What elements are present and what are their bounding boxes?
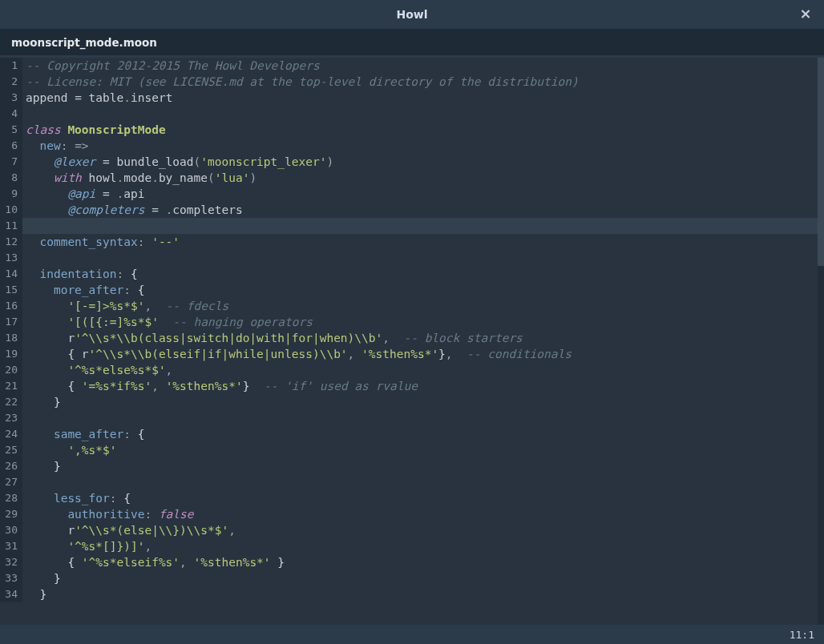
- line-number: 15: [0, 282, 22, 298]
- editor[interactable]: 1 -- Copyright 2012-2015 The Howl Develo…: [0, 58, 824, 625]
- code-line[interactable]: 3 append = table.insert: [0, 90, 824, 106]
- line-number: 11: [0, 218, 22, 234]
- code-line[interactable]: 24 same_after: {: [0, 426, 824, 442]
- code-line[interactable]: 4: [0, 106, 824, 122]
- line-number: 3: [0, 90, 22, 106]
- line-number: 17: [0, 314, 22, 330]
- close-icon[interactable]: ×: [798, 6, 813, 21]
- line-number: 18: [0, 330, 22, 346]
- class-name: MoonscriptMode: [67, 123, 165, 136]
- line-number: 2: [0, 74, 22, 90]
- line-number: 16: [0, 298, 22, 314]
- field: new: [39, 139, 60, 152]
- code-line[interactable]: 13: [0, 250, 824, 266]
- comment: -- block starters: [403, 332, 522, 344]
- comment: -- fdecls: [166, 300, 229, 312]
- code-line[interactable]: 15 more_after: {: [0, 282, 824, 298]
- line-number: 33: [0, 570, 22, 586]
- line-number: 31: [0, 538, 22, 554]
- code-line-current[interactable]: 11: [0, 218, 824, 234]
- scrollbar-vertical[interactable]: [818, 58, 824, 625]
- code-line[interactable]: 8 with howl.mode.by_name('lua'): [0, 170, 824, 186]
- line-number: 14: [0, 266, 22, 282]
- code-line[interactable]: 29 authoritive: false: [0, 506, 824, 522]
- self-attr: @api: [67, 187, 95, 200]
- code-line[interactable]: 6 new: =>: [0, 138, 824, 154]
- line-number: 12: [0, 234, 22, 250]
- comment: -- License: MIT (see LICENSE.md at the t…: [26, 75, 579, 88]
- line-number: 10: [0, 202, 22, 218]
- tab-filename[interactable]: moonscript_mode.moon: [11, 34, 157, 50]
- line-number: 22: [0, 394, 22, 410]
- string: '^\\s*\\b(elseif|if|while|unless)\\b': [89, 348, 348, 360]
- comment: -- conditionals: [467, 348, 572, 360]
- code-line[interactable]: 27: [0, 474, 824, 490]
- comment: -- Copyright 2012-2015 The Howl Develope…: [26, 59, 320, 72]
- field: authoritive: [67, 508, 144, 521]
- line-number: 23: [0, 410, 22, 426]
- code-line[interactable]: 28 less_for: {: [0, 490, 824, 506]
- scrollbar-thumb[interactable]: [818, 58, 824, 266]
- line-number: 34: [0, 586, 22, 602]
- comment: -- 'if' used as rvalue: [264, 380, 418, 392]
- titlebar: Howl ×: [0, 0, 824, 29]
- code-line[interactable]: 14 indentation: {: [0, 266, 824, 282]
- code-line[interactable]: 5 class MoonscriptMode: [0, 122, 824, 138]
- string: '[-=]>%s*$': [67, 300, 144, 312]
- code-line[interactable]: 30 r'^\\s*(else|\\})\\s*$',: [0, 522, 824, 538]
- code-line[interactable]: 22 }: [0, 394, 824, 410]
- line-number: 1: [0, 58, 22, 74]
- ident: append: [26, 91, 67, 104]
- code-line[interactable]: 26 }: [0, 458, 824, 474]
- code-line[interactable]: 9 @api = .api: [0, 186, 824, 202]
- code-line[interactable]: 10 @completers = .completers: [0, 202, 824, 218]
- string: '%sthen%s*': [166, 380, 243, 392]
- string: '^%s*else%s*$': [67, 364, 165, 376]
- field: indentation: [39, 268, 116, 280]
- keyword: with: [54, 171, 82, 184]
- line-number: 26: [0, 458, 22, 474]
- line-number: 29: [0, 506, 22, 522]
- code-line[interactable]: 31 '^%s*[]})]',: [0, 538, 824, 554]
- string: '[([{:=]%s*$': [67, 316, 159, 328]
- statusbar: 11:1: [0, 625, 824, 644]
- code-line[interactable]: 34 }: [0, 586, 824, 602]
- code-line[interactable]: 21 { '=%s*if%s', '%sthen%s*'} -- 'if' us…: [0, 378, 824, 394]
- code-line[interactable]: 20 '^%s*else%s*$',: [0, 362, 824, 378]
- line-number: 7: [0, 154, 22, 170]
- code-line[interactable]: 16 '[-=]>%s*$', -- fdecls: [0, 298, 824, 314]
- string: '^\\s*(else|\\})\\s*$': [75, 524, 228, 537]
- field: more_after: [54, 284, 123, 296]
- line-number: 20: [0, 362, 22, 378]
- field: same_after: [54, 428, 123, 441]
- code-line[interactable]: 18 r'^\\s*\\b(class|switch|do|with|for|w…: [0, 330, 824, 346]
- string: ',%s*$': [67, 444, 116, 457]
- string: 'moonscript_lexer': [200, 155, 326, 168]
- line-number: 32: [0, 554, 22, 570]
- code-line[interactable]: 19 { r'^\\s*\\b(elseif|if|while|unless)\…: [0, 346, 824, 362]
- ident: insert: [131, 91, 172, 104]
- code-line[interactable]: 1 -- Copyright 2012-2015 The Howl Develo…: [0, 58, 824, 74]
- string: '=%s*if%s': [82, 380, 151, 392]
- ident: table: [89, 91, 124, 104]
- line-number: 13: [0, 250, 22, 266]
- self-attr: @lexer: [54, 155, 95, 168]
- code-line[interactable]: 7 @lexer = bundle_load('moonscript_lexer…: [0, 154, 824, 170]
- code-line[interactable]: 2 -- License: MIT (see LICENSE.md at the…: [0, 74, 824, 90]
- code-line[interactable]: 33 }: [0, 570, 824, 586]
- code-line[interactable]: 17 '[([{:=]%s*$' -- hanging operators: [0, 314, 824, 330]
- tabbar: moonscript_mode.moon: [0, 29, 824, 58]
- ident: bundle_load: [117, 155, 194, 168]
- string: '--': [151, 235, 180, 248]
- string: '^%s*elseif%s': [82, 556, 180, 569]
- cursor-position: 11:1: [790, 629, 814, 641]
- line-number: 28: [0, 490, 22, 506]
- keyword: class: [26, 123, 61, 136]
- line-number: 21: [0, 378, 22, 394]
- code-line[interactable]: 25 ',%s*$': [0, 442, 824, 458]
- line-number: 6: [0, 138, 22, 154]
- code-line[interactable]: 32 { '^%s*elseif%s', '%sthen%s*' }: [0, 554, 824, 570]
- string: 'lua': [215, 171, 250, 184]
- code-line[interactable]: 23: [0, 410, 824, 426]
- code-line[interactable]: 12 comment_syntax: '--': [0, 234, 824, 250]
